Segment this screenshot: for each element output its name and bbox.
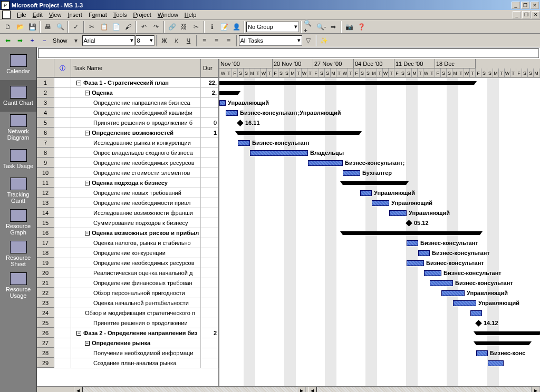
table-row[interactable]: 15Суммирование подходов к бизнесу	[37, 218, 218, 228]
table-row[interactable]: 26−Фаза 2 - Определение направления биз2	[37, 328, 218, 338]
print-icon[interactable]: 🖶	[42, 21, 54, 33]
row-number[interactable]: 28	[37, 348, 54, 358]
redo-icon[interactable]: ↷	[150, 21, 162, 33]
outline-toggle-icon[interactable]: −	[85, 131, 90, 135]
zoom-in-icon[interactable]: 🔍+	[303, 21, 315, 33]
outline-toggle-icon[interactable]: −	[85, 231, 90, 236]
milestone-icon[interactable]	[237, 120, 244, 126]
table-row[interactable]: 2−Оценка2,	[37, 88, 218, 98]
goto-icon[interactable]: ➡	[327, 21, 339, 33]
table-row[interactable]: 29Создание план-анализа рынка	[37, 358, 218, 368]
row-number[interactable]: 8	[37, 148, 54, 158]
task-name-cell[interactable]: Обзор персональной пригодности	[71, 288, 201, 298]
summary-bar[interactable]	[476, 341, 529, 345]
duration-cell[interactable]	[201, 178, 218, 188]
duration-cell[interactable]	[201, 308, 218, 318]
task-bar[interactable]	[441, 290, 465, 296]
task-name-cell[interactable]: Создание план-анализа рынка	[71, 358, 201, 368]
task-name-cell[interactable]: −Оценка возможных рисков и прибыл	[71, 228, 201, 238]
group-select[interactable]: No Group▾	[246, 22, 299, 32]
task-name-cell[interactable]: Определение стоимости элементов	[71, 168, 201, 178]
cut-icon[interactable]: ✂	[86, 21, 98, 33]
task-name-cell[interactable]: Оценка налогов, рынка и стабильно	[71, 238, 201, 248]
duration-cell[interactable]	[201, 188, 218, 198]
task-bar[interactable]	[226, 110, 238, 116]
duration-cell[interactable]	[201, 318, 218, 328]
view-resource-usage[interactable]: Resource Usage	[0, 270, 36, 301]
duration-cell[interactable]	[201, 208, 218, 218]
duration-cell[interactable]	[201, 108, 218, 117]
row-number[interactable]: 26	[37, 328, 54, 338]
duration-cell[interactable]	[201, 298, 218, 308]
undo-icon[interactable]: ↶	[138, 21, 150, 33]
table-row[interactable]: 9Определение необходимых ресурсов	[37, 158, 218, 168]
row-number[interactable]: 23	[37, 298, 54, 308]
menu-window[interactable]: Window	[155, 11, 181, 19]
task-name-cell[interactable]: Принятие решения о продолжении б	[71, 118, 201, 128]
row-number[interactable]: 15	[37, 218, 54, 228]
row-number[interactable]: 2	[37, 88, 54, 97]
row-info[interactable]	[54, 198, 71, 208]
outline-toggle-icon[interactable]: −	[85, 91, 90, 95]
row-info[interactable]	[54, 298, 71, 308]
summary-bar[interactable]	[219, 81, 474, 85]
row-info[interactable]	[54, 188, 71, 198]
task-name-cell[interactable]: −Фаза 1 - Стратегический план	[71, 78, 201, 87]
open-icon[interactable]: 📂	[14, 21, 26, 33]
row-number[interactable]: 20	[37, 268, 54, 278]
menu-view[interactable]: View	[46, 11, 65, 19]
row-info[interactable]	[54, 178, 71, 188]
table-row[interactable]: 16−Оценка возможных рисков и прибыл	[37, 228, 218, 238]
task-bar[interactable]	[407, 260, 424, 266]
menu-format[interactable]: Format	[85, 11, 110, 19]
task-name-cell[interactable]: Получение необходимой информаци	[71, 348, 201, 358]
table-row[interactable]: 1−Фаза 1 - Стратегический план22,	[37, 78, 218, 88]
table-row[interactable]: 12Определение новых требований	[37, 188, 218, 198]
row-info[interactable]	[54, 138, 71, 148]
gantt-chart-pane[interactable]: Nov '0020 Nov '0027 Nov '0004 Dec '0011 …	[219, 59, 540, 386]
gantt-scroll-track[interactable]	[316, 387, 532, 392]
task-name-cell[interactable]: Определение необходимых ресурсов	[71, 258, 201, 268]
row-info[interactable]	[54, 248, 71, 258]
table-row[interactable]: 7Исследование рынка и конкуренции	[37, 138, 218, 148]
task-name-cell[interactable]: −Определение рынка	[71, 338, 201, 348]
row-number[interactable]: 29	[37, 358, 54, 368]
row-number[interactable]: 13	[37, 198, 54, 208]
row-number[interactable]: 27	[37, 338, 54, 348]
row-info[interactable]	[54, 338, 71, 348]
task-name-cell[interactable]: Определение направления бизнеса	[71, 98, 201, 107]
task-name-cell[interactable]: Оценка начальной рентабельности	[71, 298, 201, 308]
duration-cell[interactable]	[201, 268, 218, 278]
summary-bar[interactable]	[219, 91, 238, 95]
table-row[interactable]: 17Оценка налогов, рынка и стабильно	[37, 238, 218, 248]
col-rownum[interactable]	[37, 59, 54, 77]
outline-toggle-icon[interactable]: −	[76, 331, 81, 336]
row-number[interactable]: 24	[37, 308, 54, 318]
spell-icon[interactable]: ✓	[70, 21, 82, 33]
task-bar[interactable]	[488, 360, 504, 366]
task-name-cell[interactable]: Суммирование подходов к бизнесу	[71, 218, 201, 228]
duration-cell[interactable]: 1	[201, 128, 218, 138]
menu-insert[interactable]: Insert	[64, 11, 85, 19]
table-row[interactable]: 3Определение направления бизнеса	[37, 98, 218, 108]
help-icon[interactable]: ❓	[355, 21, 367, 33]
col-taskname[interactable]: Task Name	[71, 59, 201, 77]
table-row[interactable]: 21Определение финансовых требован	[37, 278, 218, 288]
duration-cell[interactable]	[201, 218, 218, 228]
row-info[interactable]	[54, 268, 71, 278]
view-resource-sheet[interactable]: Resource Sheet	[0, 238, 36, 270]
table-row[interactable]: 19Определение необходимых ресурсов	[37, 258, 218, 268]
task-name-cell[interactable]: −Определение возможностей	[71, 128, 201, 138]
task-bar[interactable]	[238, 140, 250, 146]
autofilter-icon[interactable]: ▽	[303, 35, 314, 46]
view-tracking-gantt[interactable]: Tracking Gantt	[0, 175, 36, 207]
row-number[interactable]: 10	[37, 168, 54, 178]
row-number[interactable]: 7	[37, 138, 54, 148]
bold-icon[interactable]: Ж	[159, 35, 170, 46]
duration-cell[interactable]	[201, 98, 218, 107]
task-bar[interactable]	[360, 190, 372, 196]
row-info[interactable]	[54, 78, 71, 87]
filter-select[interactable]: All Tasks▾	[239, 35, 302, 46]
summary-bar[interactable]	[343, 181, 406, 185]
summary-bar[interactable]	[238, 131, 359, 135]
